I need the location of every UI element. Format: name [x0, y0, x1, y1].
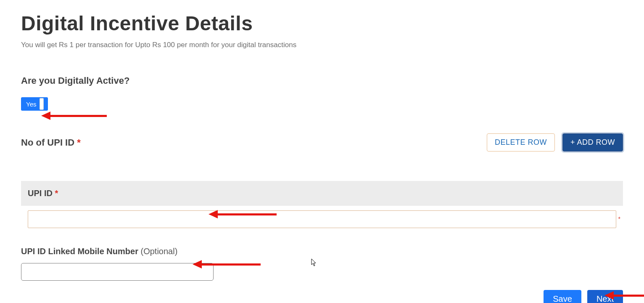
- digitally-active-toggle[interactable]: Yes: [21, 97, 48, 111]
- upi-id-header-text: UPI ID: [28, 189, 53, 198]
- digitally-active-label: Are you Digitally Active?: [21, 75, 623, 86]
- mobile-number-label-text: UPI ID Linked Mobile Number: [21, 247, 138, 256]
- delete-row-button[interactable]: DELETE ROW: [487, 133, 555, 152]
- required-asterisk: *: [55, 189, 58, 198]
- toggle-yes-label: Yes: [26, 101, 36, 108]
- cursor-icon: [311, 258, 317, 267]
- add-row-button[interactable]: + ADD ROW: [562, 133, 623, 152]
- mobile-optional-text: (Optional): [138, 247, 177, 256]
- next-button[interactable]: Next: [587, 290, 623, 303]
- no-of-upi-id-label: No of UPI ID *: [21, 137, 81, 148]
- page-subtitle: You will get Rs 1 per transaction for Up…: [21, 41, 623, 49]
- page-title: Digital Incentive Details: [21, 12, 623, 35]
- no-of-upi-id-text: No of UPI ID: [21, 137, 74, 148]
- upi-id-input[interactable]: [28, 210, 616, 228]
- mobile-number-label: UPI ID Linked Mobile Number (Optional): [21, 247, 623, 256]
- upi-id-header: UPI ID *: [21, 181, 623, 206]
- required-asterisk: *: [618, 215, 620, 222]
- toggle-handle: [40, 98, 44, 110]
- required-asterisk: *: [77, 137, 81, 148]
- save-button[interactable]: Save: [544, 290, 581, 303]
- mobile-number-input[interactable]: [21, 263, 214, 281]
